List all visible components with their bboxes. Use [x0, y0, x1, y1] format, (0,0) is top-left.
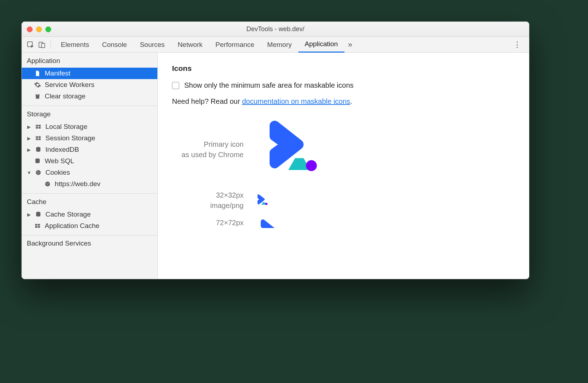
svg-rect-3	[36, 125, 38, 127]
sidebar-item-label: Session Storage	[45, 134, 95, 142]
sidebar-section-application: Application	[22, 53, 157, 68]
sidebar-item-label: https://web.dev	[55, 180, 101, 188]
sidebar-item-manifest[interactable]: Manifest	[22, 68, 157, 79]
grid-icon	[35, 135, 42, 142]
svg-rect-8	[39, 136, 41, 138]
sidebar-item-service-workers[interactable]: Service Workers	[22, 79, 157, 91]
svg-rect-24	[35, 226, 37, 228]
sidebar-item-label: Service Workers	[45, 81, 94, 89]
help-prefix: Need help? Read our	[172, 97, 242, 105]
window-titlebar: DevTools - web.dev/	[22, 22, 529, 37]
sidebar-item-label: Cache Storage	[45, 210, 91, 218]
icon-entry-0-label: 32×32px image/png	[172, 190, 244, 211]
svg-point-26	[306, 160, 317, 171]
sidebar-item-indexeddb[interactable]: ▶ IndexedDB	[22, 144, 157, 155]
sidebar-item-local-storage[interactable]: ▶ Local Storage	[22, 121, 157, 132]
sidebar-item-label: Local Storage	[45, 123, 87, 131]
icon-grid: Primary icon as used by Chrome 32×32px i…	[172, 116, 515, 228]
sidebar-item-cookies[interactable]: ▼ Cookies	[22, 167, 157, 178]
cookie-icon	[35, 169, 42, 176]
svg-point-17	[45, 181, 50, 186]
toolbar-separator	[50, 41, 51, 49]
sidebar-item-label: Manifest	[45, 69, 70, 77]
svg-rect-25	[38, 226, 40, 228]
svg-point-27	[265, 203, 267, 205]
primary-icon-label: Primary icon as used by Chrome	[172, 139, 244, 160]
svg-rect-6	[39, 127, 41, 129]
tab-performance[interactable]: Performance	[209, 37, 261, 53]
help-suffix: .	[350, 97, 352, 105]
sidebar-item-label: IndexedDB	[45, 146, 79, 154]
settings-menu-icon[interactable]: ⋮	[509, 40, 525, 49]
traffic-lights	[27, 26, 51, 32]
svg-point-19	[48, 183, 49, 184]
svg-point-20	[47, 184, 48, 185]
file-icon	[34, 70, 41, 77]
svg-rect-9	[36, 139, 38, 140]
svg-rect-5	[36, 127, 38, 129]
panel-content: Application Manifest Service Workers Cle…	[22, 53, 529, 279]
icon-entry-1-preview	[254, 217, 347, 228]
chevron-right-icon: ▶	[27, 136, 31, 141]
svg-point-18	[46, 183, 47, 184]
svg-point-14	[37, 171, 38, 172]
database-icon	[35, 146, 42, 153]
sidebar-item-cookie-origin[interactable]: https://web.dev	[22, 178, 157, 190]
svg-rect-22	[35, 224, 37, 226]
help-text: Need help? Read our documentation on mas…	[172, 97, 515, 106]
devtools-toolbar: Elements Console Sources Network Perform…	[22, 37, 529, 53]
minimize-window-button[interactable]	[36, 26, 42, 32]
sidebar-item-session-storage[interactable]: ▶ Session Storage	[22, 132, 157, 144]
tab-network[interactable]: Network	[171, 37, 209, 53]
chevron-right-icon: ▶	[27, 212, 31, 217]
grid-icon	[34, 222, 41, 229]
section-heading: Icons	[172, 64, 515, 73]
checkbox-label: Show only the minimum safe area for mask…	[184, 81, 354, 89]
chevron-down-icon: ▼	[27, 170, 31, 175]
sidebar-item-clear-storage[interactable]: Clear storage	[22, 91, 157, 102]
devtools-window: DevTools - web.dev/ Elements Console Sou…	[21, 21, 529, 279]
icon-entry-0-preview	[254, 193, 347, 208]
doc-link[interactable]: documentation on maskable icons	[242, 97, 350, 105]
maskable-safe-area-checkbox[interactable]	[172, 82, 179, 89]
manifest-icons-panel: Icons Show only the minimum safe area fo…	[158, 53, 529, 279]
tab-sources[interactable]: Sources	[133, 37, 171, 53]
cookie-icon	[44, 180, 51, 188]
sidebar-item-cache-storage[interactable]: ▶ Cache Storage	[22, 209, 157, 220]
icon-entry-1-label: 72×72px	[172, 218, 244, 228]
primary-icon-preview	[254, 116, 347, 184]
device-toolbar-icon[interactable]	[37, 40, 47, 50]
tab-application[interactable]: Application	[298, 37, 344, 53]
sidebar-item-label: Application Cache	[45, 222, 99, 230]
tabs-overflow-icon[interactable]: »	[344, 40, 356, 49]
svg-rect-7	[36, 136, 38, 138]
close-window-button[interactable]	[27, 26, 33, 32]
database-icon	[34, 157, 41, 165]
sidebar-section-background-services[interactable]: Background Services	[22, 236, 157, 251]
webdev-logo-icon	[254, 116, 322, 184]
window-title: DevTools - web.dev/	[22, 25, 529, 33]
svg-rect-4	[39, 125, 41, 127]
sidebar-item-web-sql[interactable]: Web SQL	[22, 155, 157, 167]
inspect-element-icon[interactable]	[25, 40, 35, 50]
grid-icon	[35, 123, 42, 130]
svg-point-13	[36, 170, 41, 175]
tab-elements[interactable]: Elements	[54, 37, 95, 53]
panel-tabs: Elements Console Sources Network Perform…	[54, 37, 508, 53]
gear-icon	[34, 81, 41, 88]
webdev-logo-icon	[254, 217, 283, 228]
chevron-right-icon: ▶	[27, 124, 31, 130]
application-sidebar: Application Manifest Service Workers Cle…	[22, 53, 158, 279]
svg-point-15	[39, 172, 39, 173]
trash-icon	[34, 93, 41, 100]
svg-rect-2	[41, 43, 45, 48]
svg-rect-23	[38, 224, 40, 226]
sidebar-section-cache: Cache	[22, 194, 157, 209]
tab-console[interactable]: Console	[95, 37, 133, 53]
tab-memory[interactable]: Memory	[261, 37, 298, 53]
sidebar-item-application-cache[interactable]: Application Cache	[22, 220, 157, 232]
chevron-right-icon: ▶	[27, 147, 31, 152]
maskable-safe-area-row: Show only the minimum safe area for mask…	[172, 81, 515, 89]
database-icon	[35, 211, 42, 218]
zoom-window-button[interactable]	[45, 26, 51, 32]
